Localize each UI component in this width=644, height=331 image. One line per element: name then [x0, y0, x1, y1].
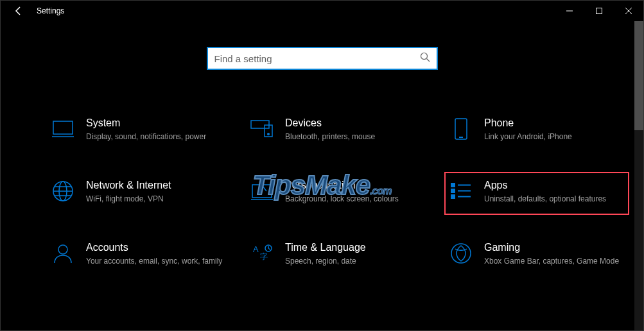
svg-rect-20	[451, 183, 455, 187]
maximize-icon	[596, 8, 602, 14]
tile-devices[interactable]: Devices Bluetooth, printers, mouse	[248, 115, 428, 145]
svg-rect-6	[251, 121, 269, 128]
svg-point-26	[58, 245, 67, 254]
tile-desc: Background, lock screen, colours	[285, 194, 425, 205]
svg-point-2	[421, 53, 427, 60]
svg-text:A: A	[253, 244, 259, 254]
scrollbar-thumb[interactable]	[634, 21, 643, 130]
svg-line-3	[426, 59, 430, 62]
personalisation-icon	[250, 180, 274, 203]
tile-desc: Bluetooth, printers, mouse	[285, 132, 425, 142]
tile-apps[interactable]: Apps Uninstall, defaults, optional featu…	[444, 172, 629, 215]
tile-desc: Display, sound, notifications, power	[86, 132, 226, 142]
tile-title: Network & Internet	[86, 180, 226, 191]
tile-system[interactable]: System Display, sound, notifications, po…	[49, 115, 229, 145]
svg-text:字: 字	[260, 252, 268, 261]
svg-point-32	[451, 244, 471, 263]
titlebar: Settings	[1, 1, 643, 21]
tile-title: Phone	[484, 117, 624, 129]
phone-icon	[449, 117, 473, 140]
tile-desc: Your accounts, email, sync, work, family	[86, 256, 226, 267]
globe-icon	[51, 180, 74, 203]
settings-grid: System Display, sound, notifications, po…	[1, 70, 643, 269]
search-box[interactable]	[207, 47, 438, 70]
content-area: System Display, sound, notifications, po…	[1, 21, 643, 330]
minimize-icon	[566, 8, 573, 14]
tile-desc: Speech, region, date	[285, 256, 425, 267]
window-title: Settings	[31, 6, 64, 15]
tile-personalisation[interactable]: Personalisation Background, lock screen,…	[248, 177, 428, 207]
back-button[interactable]	[6, 1, 31, 21]
svg-rect-24	[451, 195, 455, 198]
tile-title: Accounts	[86, 242, 226, 253]
svg-rect-4	[53, 121, 73, 134]
close-button[interactable]	[614, 1, 643, 21]
tile-desc: Uninstall, defaults, optional features	[484, 194, 624, 205]
tile-desc: Xbox Game Bar, captures, Game Mode	[484, 256, 624, 267]
svg-point-8	[268, 133, 270, 135]
search-input[interactable]	[214, 53, 420, 64]
tile-desc: WiFi, flight mode, VPN	[86, 194, 226, 205]
tile-gaming[interactable]: Gaming Xbox Game Bar, captures, Game Mod…	[447, 239, 627, 269]
close-icon	[625, 8, 632, 14]
tile-title: Personalisation	[285, 180, 425, 191]
accounts-icon	[51, 242, 74, 265]
window-controls	[555, 1, 643, 21]
minimize-button[interactable]	[555, 1, 584, 21]
svg-rect-11	[455, 119, 467, 139]
tile-title: Gaming	[484, 242, 624, 253]
time-language-icon: A字	[250, 242, 274, 265]
svg-rect-22	[451, 189, 455, 192]
tile-title: Devices	[285, 117, 425, 129]
scrollbar-track[interactable]	[634, 21, 643, 330]
tile-desc: Link your Android, iPhone	[484, 132, 624, 142]
devices-icon	[250, 117, 274, 140]
svg-rect-1	[596, 8, 602, 14]
svg-line-31	[268, 248, 270, 250]
search-icon	[420, 52, 430, 65]
tile-phone[interactable]: Phone Link your Android, iPhone	[447, 115, 627, 145]
tile-time-language[interactable]: A字 Time & Language Speech, region, date	[248, 239, 428, 269]
maximize-button[interactable]	[584, 1, 614, 21]
tile-title: Apps	[484, 180, 624, 191]
tile-title: Time & Language	[285, 242, 425, 253]
tile-accounts[interactable]: Accounts Your accounts, email, sync, wor…	[49, 239, 229, 269]
search-container	[1, 21, 643, 70]
gaming-icon	[449, 242, 473, 265]
tile-title: System	[86, 117, 226, 129]
arrow-left-icon	[13, 6, 24, 16]
tile-network[interactable]: Network & Internet WiFi, flight mode, VP…	[49, 177, 229, 207]
apps-icon	[449, 180, 473, 203]
system-icon	[51, 117, 74, 140]
